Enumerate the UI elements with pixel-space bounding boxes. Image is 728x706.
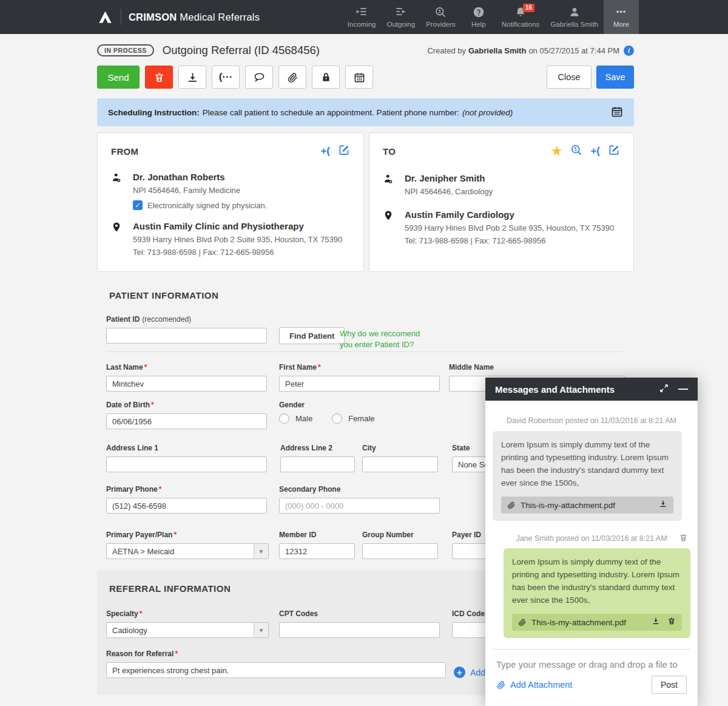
favorite-star-icon[interactable]: ★ xyxy=(551,145,563,157)
message-bubble: Lorem Ipsum is simply dummy text of the … xyxy=(493,431,682,521)
address1-input[interactable] xyxy=(106,457,267,472)
from-facility: Austin Family Clinic and Physiotherapy xyxy=(133,221,350,231)
to-telfax: Tel: 713-988-6598 | Fax: 712-665-98956 xyxy=(405,236,620,245)
message-author-line: Jane Smith posted on 11/03/2016 at 8:21 … xyxy=(494,534,689,543)
download-button[interactable] xyxy=(178,66,206,89)
find-patient-button[interactable]: Find Patient xyxy=(279,327,345,344)
paperclip-icon xyxy=(507,501,516,509)
gender-female-radio[interactable] xyxy=(332,413,342,424)
secondary-phone-label: Secondary Phone xyxy=(279,485,440,494)
nav-item-more[interactable]: ••• More xyxy=(604,0,639,34)
attachment-name: This-is-my-attachment.pdf xyxy=(521,499,654,512)
nav-item-user[interactable]: Gabriella Smith xyxy=(545,0,604,34)
nav-item-providers[interactable]: Providers xyxy=(420,0,461,34)
calendar-icon xyxy=(354,72,365,83)
from-doctor-name: Dr. Jonathan Roberts xyxy=(133,172,350,182)
address2-input[interactable] xyxy=(280,457,355,472)
message-author-row: Jane Smith posted on 11/03/2016 at 8:21 … xyxy=(494,534,689,543)
specialty-select[interactable]: Cadiology ▼ xyxy=(106,622,269,638)
comment-button[interactable] xyxy=(245,66,273,89)
primary-payer-label: Primary Payer/Plan* xyxy=(106,531,269,539)
cpt-codes-label: CPT Codes xyxy=(279,609,440,618)
page-title: Outgoing Referral (ID 4568456) xyxy=(163,44,320,57)
cpt-codes-input[interactable] xyxy=(279,622,440,638)
city-input[interactable] xyxy=(362,457,438,472)
close-button[interactable]: Close xyxy=(547,66,592,89)
chevron-down-icon: ▼ xyxy=(254,544,268,558)
reason-input[interactable] xyxy=(106,662,446,678)
nav-label: Providers xyxy=(426,21,456,28)
edit-icon[interactable] xyxy=(608,144,620,158)
location-pin-icon xyxy=(111,221,133,257)
group-number-input[interactable] xyxy=(362,543,438,559)
attachment-delete-icon[interactable] xyxy=(667,616,676,629)
delete-message-icon[interactable] xyxy=(679,533,688,545)
toolbar: Send (··· Close Save xyxy=(97,66,634,89)
to-facility: Austin Family Cardiology xyxy=(405,209,620,220)
delete-button[interactable] xyxy=(145,66,173,89)
search-provider-icon[interactable] xyxy=(570,144,582,158)
banner-label: Scheduling Instruction: xyxy=(108,108,200,117)
signed-checkbox[interactable]: ✓ xyxy=(133,200,143,210)
created-by: Created by Gabriella Smith on 05/27/2015… xyxy=(427,46,634,56)
plus-icon: + xyxy=(454,667,465,678)
last-name-input[interactable] xyxy=(106,376,267,392)
location-pin-icon xyxy=(383,209,405,245)
add-attachment-link[interactable]: Add Attachment xyxy=(496,680,572,690)
trash-icon xyxy=(153,72,165,83)
secondary-phone-input[interactable] xyxy=(279,498,440,514)
attachment-bar[interactable]: This-is-my-attachment.pdf xyxy=(501,497,673,514)
add-phone-icon[interactable]: +( xyxy=(320,145,330,157)
lock-button[interactable] xyxy=(312,66,340,89)
middle-name-label: Middle Name xyxy=(449,363,625,372)
patient-id-input[interactable] xyxy=(106,328,267,344)
to-title: TO xyxy=(383,146,396,157)
paperclip-icon xyxy=(518,618,527,626)
message-composer[interactable] xyxy=(493,650,690,671)
message-author-line: David Robertson posted on 11/03/2016 at … xyxy=(493,416,690,425)
scheduling-banner: Scheduling Instruction: Please call pati… xyxy=(97,98,634,126)
schedule-button[interactable] xyxy=(345,66,373,89)
more-icon: ••• xyxy=(616,6,627,18)
attachment-download-icon[interactable] xyxy=(659,499,667,512)
primary-payer-select[interactable]: AETNA > Meicaid ▼ xyxy=(106,543,269,559)
expand-icon[interactable] xyxy=(659,384,669,395)
add-phone-icon[interactable]: +( xyxy=(590,145,600,157)
nav-item-outgoing[interactable]: Outgoing xyxy=(381,0,420,34)
attachment-download-icon[interactable] xyxy=(652,616,660,629)
gender-male-radio[interactable] xyxy=(279,413,289,424)
info-icon[interactable]: i xyxy=(624,46,634,56)
edit-icon[interactable] xyxy=(338,144,350,158)
nav-item-notifications[interactable]: 16 Notifications xyxy=(496,0,545,34)
banner-calendar-icon[interactable] xyxy=(611,106,623,120)
save-button[interactable]: Save xyxy=(596,66,634,89)
call-button[interactable]: (··· xyxy=(212,66,240,89)
nav-label: Incoming xyxy=(348,21,376,28)
send-button[interactable]: Send xyxy=(97,66,140,89)
help-icon xyxy=(473,6,485,18)
from-address: 5939 Harry Hines Blvd Pob 2 Suite 935, H… xyxy=(133,235,350,244)
why-patient-id-link[interactable]: Why do we reccomend you enter Patient ID… xyxy=(340,328,431,350)
member-id-label: Member ID xyxy=(279,531,355,539)
attachment-button[interactable] xyxy=(278,66,306,89)
primary-phone-input[interactable] xyxy=(106,498,267,514)
post-button[interactable]: Post xyxy=(652,676,687,694)
minimize-icon[interactable]: — xyxy=(678,386,688,392)
chat-bubble-icon xyxy=(254,72,265,83)
to-card: TO ★ +( Dr. Jenipher Smith NPI 4564646, … xyxy=(369,132,634,272)
add-link[interactable]: + Add xyxy=(454,667,485,678)
divider xyxy=(106,351,622,352)
first-name-label: First Name* xyxy=(279,363,440,372)
member-id-input[interactable] xyxy=(279,543,355,559)
first-name-input[interactable] xyxy=(279,376,440,392)
nav-item-incoming[interactable]: Incoming xyxy=(342,0,382,34)
dob-input[interactable] xyxy=(106,413,267,429)
doctor-icon xyxy=(111,172,133,210)
attachment-bar[interactable]: This-is-my-attachment.pdf xyxy=(512,614,682,631)
nav-item-help[interactable]: Help xyxy=(461,0,496,34)
dob-label: Date of Birth* xyxy=(106,401,267,409)
brand[interactable]: CRIMSONMedical Referrals xyxy=(97,0,260,34)
brand-separator xyxy=(121,9,121,25)
to-doctor-row: Dr. Jenipher Smith NPI 4564646, Cardiolo… xyxy=(383,173,620,196)
composer-footer: Add Attachment Post xyxy=(493,671,690,706)
